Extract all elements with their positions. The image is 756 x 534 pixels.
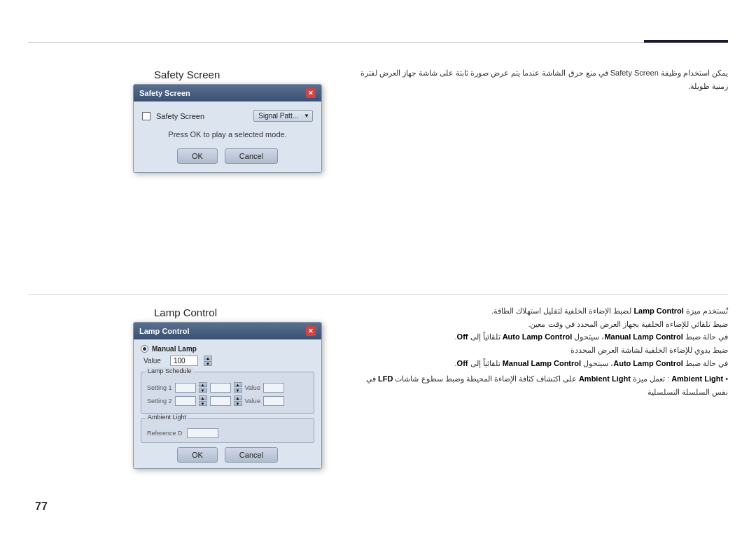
lamp-schedule-group-label: Lamp Schedule: [146, 367, 194, 374]
lamp-arabic-line-3: في حالة ضبط Manual Lamp Control، سيتحول …: [350, 330, 728, 344]
safety-dialog-box: Safety Screen ✕ Safety Screen Signal Pat…: [133, 84, 322, 173]
lamp-arabic-text-section: تُستخدم ميزة Lamp Control لضبط الإضاءة ا…: [350, 304, 728, 399]
safety-dialog-title: Safety Screen: [139, 89, 190, 97]
setting1-time-input[interactable]: [175, 383, 196, 393]
value-row: Value ▲ ▼: [141, 356, 314, 366]
setting1-down-button[interactable]: ▼: [199, 388, 207, 393]
safety-dialog-buttons: OK Cancel: [142, 148, 313, 164]
schedule-setting1-row: Setting 1 ▲ ▼ ▲ ▼ Value: [147, 382, 308, 393]
reference-label: Reference D: [147, 430, 183, 437]
lamp-dialog-container: Lamp Control ✕ Manual Lamp Value: [133, 322, 322, 469]
lamp-arabic-line-6: • Ambient Light : تعمل ميزة Ambient Ligh…: [350, 372, 728, 398]
lamp-bold-1: Lamp Control: [634, 307, 684, 315]
safety-dropdown-text: Signal Patt...: [258, 112, 298, 120]
lamp-bold-3c: Off: [457, 332, 468, 341]
lamp-dialog-box: Lamp Control ✕ Manual Lamp Value: [133, 322, 322, 469]
lamp-bold-3a: Manual Lamp Control: [604, 332, 682, 341]
setting2-up-button[interactable]: ▲: [199, 395, 207, 400]
lamp-bold-6a: Ambient Light: [671, 374, 723, 383]
lamp-arabic-line-5: في حالة ضبط Auto Lamp Control، سيتحول Ma…: [350, 357, 728, 370]
safety-checkbox-row: Safety Screen Signal Patt... ▼: [142, 110, 313, 122]
setting1-time2-input[interactable]: [210, 383, 231, 393]
lamp-bold-3b: Auto Lamp Control: [503, 332, 573, 341]
setting2-down-button[interactable]: ▼: [199, 401, 207, 406]
chevron-down-icon: ▼: [304, 113, 309, 119]
manual-lamp-radio[interactable]: [141, 345, 148, 353]
setting1-up-button[interactable]: ▲: [199, 382, 207, 387]
lamp-dialog-title: Lamp Control: [139, 327, 190, 335]
lamp-dialog-close-button[interactable]: ✕: [306, 326, 316, 336]
value-input[interactable]: [170, 356, 198, 366]
setting2-time2-spinner: ▲ ▼: [234, 395, 242, 406]
setting2-time-input[interactable]: [175, 396, 196, 406]
setting2-time-spinner: ▲ ▼: [199, 395, 207, 406]
setting1-t2-down-button[interactable]: ▼: [234, 388, 242, 393]
value-spinner: ▲ ▼: [204, 356, 212, 366]
spin-down-button[interactable]: ▼: [204, 361, 212, 366]
setting2-value-label: Value: [245, 398, 260, 405]
main-content: Safety Screen Safety Screen ✕ Safety Scr…: [28, 49, 728, 499]
setting2-t2-up-button[interactable]: ▲: [234, 395, 242, 400]
ambient-light-group-label: Ambient Light: [146, 414, 188, 421]
ambient-light-group: Ambient Light Reference D: [141, 418, 314, 443]
lamp-ok-button[interactable]: OK: [177, 447, 218, 463]
setting1-time2-spinner: ▲ ▼: [234, 382, 242, 393]
lamp-ambient-text: • Ambient Light : تعمل ميزة Ambient Ligh…: [350, 372, 728, 398]
lamp-bold-6b: Ambient Light: [579, 374, 631, 383]
setting1-value-label: Value: [245, 384, 260, 391]
lamp-dialog-buttons: OK Cancel: [141, 447, 314, 463]
safety-checkbox[interactable]: [142, 112, 150, 120]
safety-dialog-titlebar: Safety Screen ✕: [134, 85, 321, 101]
safety-cancel-button[interactable]: Cancel: [225, 148, 278, 164]
setting2-t2-down-button[interactable]: ▼: [234, 401, 242, 406]
lamp-bold-5b: Manual Lamp Control: [503, 359, 581, 367]
lamp-bold-6c: LFD: [378, 374, 393, 383]
lamp-control-title: Lamp Control: [154, 307, 217, 318]
lamp-dialog-titlebar: Lamp Control ✕: [134, 323, 321, 339]
safety-screen-title: Safety Screen: [154, 69, 220, 80]
lamp-bold-5c: Off: [457, 359, 468, 367]
setting2-value-input[interactable]: [263, 396, 284, 406]
lamp-schedule-group: Lamp Schedule Setting 1 ▲ ▼ ▲: [141, 372, 314, 414]
lamp-bold-5a: Auto Lamp Control: [613, 359, 683, 367]
safety-ok-button[interactable]: OK: [177, 148, 218, 164]
lamp-arabic-line-4: ضبط يدوي للإضاءة الخلفية لشاشة العرض الم…: [350, 344, 728, 357]
manual-lamp-radio-row: Manual Lamp: [141, 345, 314, 353]
safety-screen-section: Safety Screen Safety Screen ✕ Safety Scr…: [28, 63, 728, 294]
safety-arabic-text: يمكن استخدام وظيفة Safety Screen في منع …: [350, 66, 728, 92]
setting1-time-spinner: ▲ ▼: [199, 382, 207, 393]
setting1-t2-up-button[interactable]: ▲: [234, 382, 242, 387]
ambient-reference-row: Reference D: [147, 428, 308, 438]
top-border-line: [28, 42, 728, 43]
setting2-label: Setting 2: [147, 398, 172, 405]
setting1-value-input[interactable]: [263, 383, 284, 393]
lamp-arabic-line-2: ضبط تلقائي للإضاءة الخلفية بجهاز العرض ا…: [350, 318, 728, 331]
lamp-dialog-body: Manual Lamp Value ▲ ▼ Lamp Schedule: [134, 339, 321, 468]
section-divider: [28, 294, 728, 295]
safety-dialog-container: Safety Screen ✕ Safety Screen Signal Pat…: [133, 84, 322, 173]
safety-dropdown[interactable]: Signal Patt... ▼: [253, 110, 313, 122]
safety-press-text: Press OK to play a selected mode.: [142, 130, 313, 139]
manual-lamp-label: Manual Lamp: [152, 345, 197, 353]
safety-arabic-text-section: يمكن استخدام وظيفة Safety Screen في منع …: [350, 66, 728, 92]
spin-up-button[interactable]: ▲: [204, 356, 212, 360]
setting2-time2-input[interactable]: [210, 396, 231, 406]
top-border-accent: [644, 40, 728, 43]
value-label: Value: [144, 357, 164, 365]
safety-dialog-close-button[interactable]: ✕: [306, 88, 316, 98]
safety-checkbox-label: Safety Screen: [156, 112, 204, 120]
setting1-label: Setting 1: [147, 384, 172, 391]
lamp-cancel-button[interactable]: Cancel: [225, 447, 278, 463]
reference-input[interactable]: [187, 428, 218, 438]
safety-dialog-body: Safety Screen Signal Patt... ▼ Press OK …: [134, 101, 321, 172]
schedule-setting2-row: Setting 2 ▲ ▼ ▲ ▼ Value: [147, 395, 308, 406]
lamp-control-section: Lamp Control Lamp Control ✕ Manual Lamp: [28, 301, 728, 532]
lamp-arabic-line-1: تُستخدم ميزة Lamp Control لضبط الإضاءة ا…: [350, 304, 728, 318]
